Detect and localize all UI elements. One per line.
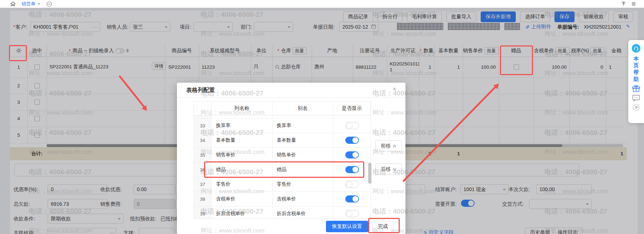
config-alias: 赠品 (273, 162, 333, 177)
config-col-name: 赠品 (212, 162, 273, 177)
chat-icon[interactable] (632, 94, 640, 102)
move-down-button[interactable]: 后移 (375, 164, 402, 175)
config-col-name: 换算率 (212, 118, 273, 133)
config-alias: 零售价 (273, 177, 333, 191)
config-row-number: 38 (194, 192, 212, 206)
config-row-销售单价: 35销售单价销售单价 (194, 148, 371, 162)
config-row-number: 37 (194, 177, 212, 191)
config-row-换算率: 33换算率换算率 (194, 118, 371, 133)
config-col-name: 零售价 (212, 177, 273, 191)
config-row-number: 35 (194, 148, 212, 162)
chevron-down-circle-icon[interactable] (47, 1, 52, 7)
sales-order-page: 销货单 × 商品记录拆分行毛利率计算批量导入保存并新增选择订单保存赊账收款审核 … (0, 0, 644, 234)
visibility-toggle-销售单价[interactable] (345, 151, 359, 159)
tab-label: 销货单 (21, 1, 35, 7)
help-panel: 本页帮助 (628, 40, 644, 123)
double-chevron-down-icon (393, 167, 397, 171)
config-alias: 销售单价 (273, 148, 333, 162)
config-col-name: 基本数量 (212, 133, 273, 147)
menu-icon[interactable] (631, 1, 637, 7)
divider (177, 97, 405, 98)
column-config-dialog: 表格列配置 × 列名称别名是否显示33换算率换算率34基本数量基本数量35销售单… (177, 83, 405, 234)
config-alias: 换算率 (273, 118, 333, 133)
config-col-header: 列名称 (212, 102, 273, 115)
home-icon[interactable] (10, 1, 16, 7)
config-row-赠品: 36赠品赠品 (194, 162, 371, 177)
visibility-toggle-零售价[interactable] (345, 181, 359, 188)
visibility-toggle-换算率[interactable] (345, 122, 359, 129)
gift-icon[interactable] (632, 84, 640, 92)
visibility-toggle-基本数量[interactable] (345, 137, 359, 144)
config-table-header: 列名称别名是否显示 (194, 102, 371, 116)
config-row-number: 33 (194, 118, 212, 133)
tab-bar: 销货单 × (0, 0, 644, 8)
config-row-基本数量: 34基本数量基本数量 (194, 133, 371, 148)
config-col-header: 是否显示 (333, 102, 371, 115)
config-row-含税单价: 38含税单价含税单价 (194, 192, 371, 206)
dialog-title: 表格列配置 (186, 87, 215, 94)
move-up-button[interactable]: 前移 (375, 140, 402, 152)
config-alias: 含税单价 (273, 192, 333, 206)
config-row-number: 39 (194, 206, 212, 219)
partial-row (194, 116, 371, 118)
tab-close-icon[interactable]: × (38, 1, 40, 6)
config-col-name: 销售单价 (212, 148, 273, 162)
config-row-number: 36 (194, 162, 212, 177)
config-col-header: 别名 (273, 102, 333, 115)
config-row-零售价: 37零售价零售价 (194, 177, 371, 192)
config-row-number: 34 (194, 133, 212, 147)
visibility-toggle-含税单价[interactable] (345, 195, 359, 203)
scroll-top-icon[interactable] (621, 1, 627, 7)
config-alias: 基本数量 (273, 133, 333, 147)
dialog-scrollbar-thumb[interactable] (368, 163, 371, 184)
done-button[interactable]: 完成 (373, 221, 393, 232)
config-col-name: 折后含税单价 (212, 206, 273, 219)
visibility-toggle-赠品[interactable] (345, 166, 359, 173)
config-alias: 折后含税单价 (273, 206, 333, 219)
restore-default-button[interactable]: 恢复默认设置 (326, 221, 368, 232)
column-config-table: 列名称别名是否显示33换算率换算率34基本数量基本数量35销售单价销售单价36赠… (193, 101, 371, 219)
collapse-panel-icon[interactable] (633, 104, 640, 111)
config-row-折后含税单价: 39折后含税单价折后含税单价 (194, 206, 371, 219)
tab-sales-order[interactable]: 销货单 × (19, 0, 43, 8)
visibility-toggle-折后含税单价[interactable] (345, 210, 359, 217)
config-col-name: 含税单价 (212, 192, 273, 206)
customer-service-icon[interactable] (631, 44, 641, 53)
double-chevron-up-icon (393, 144, 397, 148)
help-panel-label[interactable]: 本页帮助 (634, 55, 639, 82)
dialog-close-icon[interactable]: × (393, 86, 396, 92)
